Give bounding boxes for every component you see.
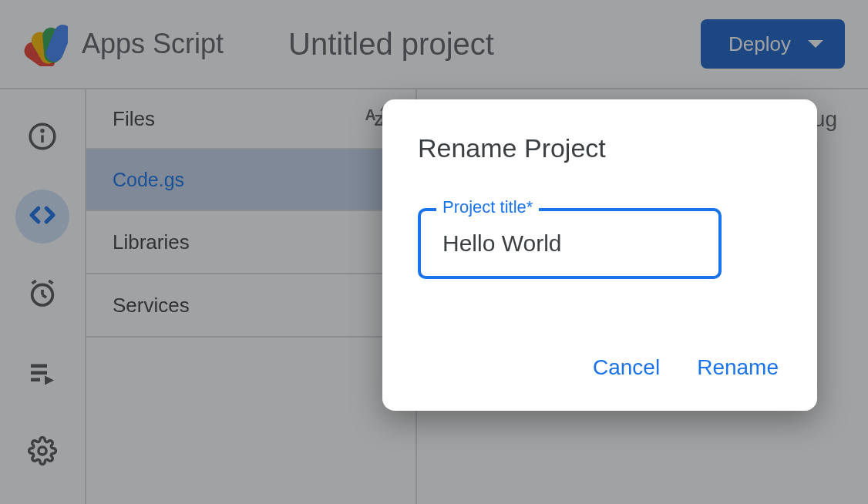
project-title-field: Project title* <box>418 208 782 279</box>
dialog-actions: Cancel Rename <box>418 355 782 380</box>
project-title-input[interactable] <box>418 208 722 279</box>
cancel-button[interactable]: Cancel <box>593 355 660 380</box>
project-title-label: Project title* <box>436 197 539 217</box>
rename-button[interactable]: Rename <box>697 355 779 380</box>
dialog-title: Rename Project <box>418 133 782 163</box>
rename-project-dialog: Rename Project Project title* Cancel Ren… <box>382 99 817 411</box>
